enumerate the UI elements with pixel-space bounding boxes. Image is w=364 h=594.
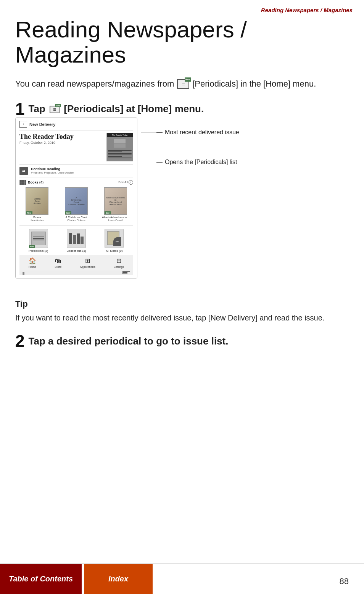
device-battery: |||	[19, 270, 133, 275]
page-container: Reading Newspapers / Magazines Reading N…	[0, 0, 364, 594]
new-badge: New	[65, 211, 71, 214]
mag-thumb-image	[112, 138, 127, 149]
nav-bar: 🏠 Home 🛍 Store ⊞ Applications ⊟	[19, 255, 133, 270]
see-all-button[interactable]: See All ›	[118, 180, 133, 185]
nav-settings[interactable]: ⊟ Settings	[114, 257, 124, 269]
step2-text: Tap a desired periodical to go to issue …	[28, 335, 228, 347]
magazine-row: The Reader Today Friday, October 2, 2010…	[19, 133, 133, 161]
list-item[interactable]: EmmaJaneAusten New Emma Jane Austen	[22, 187, 52, 222]
breadcrumb: Reading Newspapers / Magazines	[0, 0, 364, 13]
device-inner: New Delivery The Reader Today Friday, Oc…	[16, 118, 137, 278]
settings-icon: ⊟	[116, 257, 121, 264]
all-notes-icon-box: ✏	[105, 229, 124, 248]
page-number: 88	[340, 576, 349, 586]
books-label: Books (4)	[19, 180, 43, 185]
callout-1-text: Most recent delivered issue	[165, 129, 239, 136]
main-content: Reading Newspapers /Magazines You can re…	[0, 13, 364, 357]
collections-label: Collections (3)	[66, 249, 86, 253]
store-icon: 🛍	[55, 258, 61, 264]
periodicals-item[interactable]: New Periodicals (2)	[23, 229, 54, 253]
new-delivery-bar: New Delivery	[19, 121, 133, 130]
magazine-thumb: The Reader Today	[106, 133, 133, 161]
battery-signal: |||	[23, 272, 24, 274]
nav-home[interactable]: 🏠 Home	[29, 257, 36, 269]
step1-periodicals-icon: New	[50, 106, 60, 113]
nav-home-label: Home	[29, 265, 36, 269]
continue-reading-row[interactable]: ⇄ Continue Reading Pride and Prejudice /…	[19, 164, 133, 177]
step2-heading: 2 Tap a desired periodical to go to issu…	[15, 333, 349, 349]
home-icon: 🏠	[29, 257, 36, 264]
magazine-title: The Reader Today	[19, 133, 103, 141]
books-row: Books (4) See All ›	[19, 180, 133, 185]
nav-settings-label: Settings	[114, 265, 124, 269]
all-notes-label: All Notes (0)	[106, 249, 122, 253]
periodicals-icon-box: New	[29, 229, 48, 248]
step1-text: Tap New [Periodicals] at [Home] menu.	[28, 103, 204, 115]
nav-store[interactable]: 🛍 Store	[55, 258, 61, 269]
callout-2-text: Opens the [Periodicals] list	[165, 159, 237, 166]
index-button[interactable]: Index	[84, 564, 153, 594]
continue-reading-icon: ⇄	[19, 167, 28, 175]
callout-1-dash: —	[141, 129, 163, 136]
tip-section: Tip If you want to read the most recentl…	[15, 299, 349, 324]
new-badge: New	[105, 211, 111, 214]
battery-indicator	[122, 271, 130, 274]
book-thumbnails: EmmaJaneAusten New Emma Jane Austen AChr…	[19, 187, 133, 222]
periodicals-label: Periodicals (2)	[29, 249, 48, 253]
toc-button[interactable]: Table of Contents	[0, 564, 84, 594]
callout-2-dash: —	[141, 159, 163, 166]
step1-heading: 1 Tap New [Periodicals] at [Home] menu.	[15, 101, 349, 118]
collections-icon-box	[67, 229, 86, 248]
intro-text: You can read newspapers/magazines from N…	[15, 78, 349, 90]
page-bottom-bar: Table of Contents Index 88	[0, 563, 364, 594]
new-delivery-icon	[19, 121, 27, 128]
new-badge: New	[26, 211, 32, 214]
tip-label: Tip	[15, 299, 349, 309]
bottom-icons-row: New Periodicals (2)	[19, 225, 133, 253]
continue-reading-book: Pride and Prejudice / Jane Austen	[31, 171, 74, 174]
tip-text: If you want to read the most recently de…	[15, 312, 349, 324]
list-item[interactable]: AChristmasCarolCharles Dickens New A Chr…	[61, 187, 92, 222]
nav-store-label: Store	[55, 265, 61, 269]
nav-applications-label: Applications	[80, 265, 95, 269]
book-cover: AChristmasCarolCharles Dickens New	[65, 187, 88, 215]
callout-labels: — Most recent delivered issue — Opens th…	[141, 118, 239, 188]
nav-applications[interactable]: ⊞ Applications	[80, 257, 95, 269]
applications-icon: ⊞	[85, 257, 90, 264]
magazine-date: Friday, October 2, 2010	[19, 141, 103, 145]
callout-1: — Most recent delivered issue	[141, 129, 239, 136]
page-title: Reading Newspapers /Magazines	[15, 17, 349, 68]
periodicals-inline-icon: New	[177, 79, 189, 89]
collections-item[interactable]: Collections (3)	[61, 229, 92, 253]
see-all-icon: ›	[129, 180, 133, 185]
device-screenshot: New Delivery The Reader Today Friday, Oc…	[15, 118, 137, 278]
magazine-main: The Reader Today Friday, October 2, 2010	[19, 133, 103, 145]
book-cover: EmmaJaneAusten New	[26, 187, 48, 215]
all-notes-item[interactable]: ✏ All Notes (0)	[99, 229, 129, 253]
continue-reading-label: Continue Reading	[31, 167, 74, 171]
screenshot-callout-row: New Delivery The Reader Today Friday, Oc…	[15, 118, 349, 290]
books-icon	[19, 180, 26, 185]
list-item[interactable]: Alice's AdventuresinWonderlandLewis Carr…	[100, 187, 131, 222]
callout-2: — Opens the [Periodicals] list	[141, 159, 239, 166]
book-cover: Alice's AdventuresinWonderlandLewis Carr…	[104, 187, 127, 215]
